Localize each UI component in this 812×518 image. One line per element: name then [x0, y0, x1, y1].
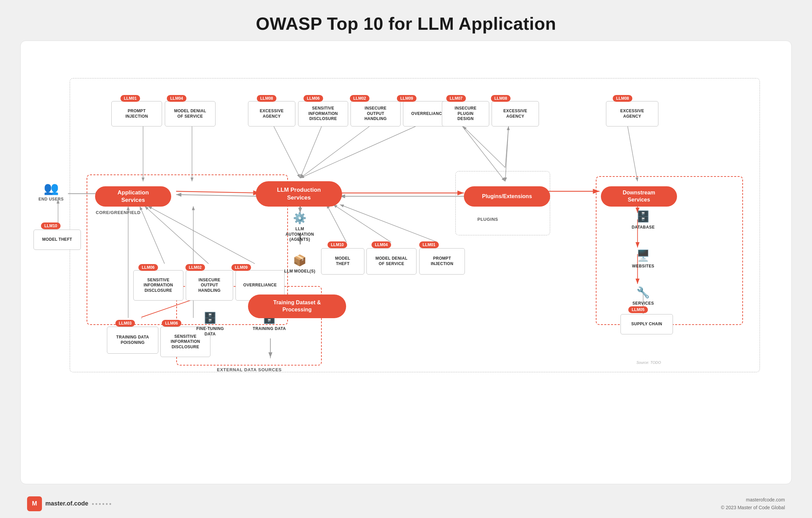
source-label: Source: TODO [636, 360, 661, 364]
badge-llm10-left: LLM10 [41, 222, 61, 229]
diagram-container: 👥 END USERS ApplicationServices LLM Prod… [20, 41, 792, 484]
training-data-label: TRAINING DATA [253, 326, 286, 332]
fine-tuning-icon: 🗄️ FINE-TUNINGDATA [191, 311, 229, 337]
users-icon: 👥 [34, 181, 68, 195]
services-icon-box: 🔧 SERVICES [626, 286, 660, 306]
footer: M master.of.code ●●●●●● masterofcode.com… [0, 496, 812, 511]
supply-chain-box: SUPPLY CHAIN [621, 314, 673, 334]
model-theft-bottom-box: MODELTHEFT [321, 248, 364, 275]
models-label: LLM MODEL(S) [284, 269, 315, 274]
badge-llm05: LLM05 [628, 306, 648, 313]
footer-right: masterofcode.com © 2023 Master of Code G… [721, 496, 785, 511]
core-greenfield-label: CORE/GREENFIELD [96, 210, 140, 215]
services-icon: 🔧 [636, 286, 650, 299]
badge-llm01-top: LLM01 [120, 95, 140, 102]
badge-llm08-3: LLM08 [613, 95, 632, 102]
footer-copyright: © 2023 Master of Code Global [721, 504, 785, 511]
database-label: DATABASE [632, 225, 655, 230]
logo-dots: ●●●●●● [92, 501, 113, 506]
badge-llm09-top: LLM09 [397, 95, 416, 102]
llm-models-icon: 📦 LLM MODEL(S) [283, 254, 317, 274]
badge-llm01-bottom: LLM01 [419, 241, 439, 248]
plugins-extensions-oval: Plugins/Extensions [464, 186, 550, 207]
sensitive-info-box1: SENSITIVEINFORMATIONDISCLOSURE [298, 101, 348, 126]
model-theft-left-box: MODEL THEFT [33, 230, 81, 250]
page: OWASP Top 10 for LLM Application [0, 0, 812, 518]
training-data-pois-box: TRAINING DATAPOISONING [107, 327, 158, 354]
websites-icon-box: 🖥️ WEBSITES [626, 249, 660, 269]
badge-llm02-2: LLM02 [185, 264, 205, 271]
prompt-injection-box: PROMPTINJECTION [111, 101, 162, 126]
badge-llm06-3: LLM06 [162, 320, 181, 327]
excessive-agency-box2: EXCESSIVEAGENCY [492, 101, 539, 126]
llm-automation-icon: ⚙️ LLM AUTOMATION(AGENTS) [283, 212, 317, 242]
websites-icon: 🖥️ [636, 249, 650, 262]
app-services-oval: ApplicationServices [95, 186, 171, 207]
badge-llm04-top: LLM04 [167, 95, 186, 102]
footer-logo: M master.of.code ●●●●●● [27, 496, 113, 511]
automation-icon: ⚙️ [293, 212, 307, 225]
badge-llm06-2: LLM06 [138, 264, 158, 271]
badge-llm02-top: LLM02 [350, 95, 369, 102]
badge-llm07: LLM07 [446, 95, 466, 102]
badge-llm09-2: LLM09 [231, 264, 251, 271]
downstream-services-oval: DownstreamServices [601, 186, 677, 207]
prompt-inj-bottom-box: PROMPTINJECTION [419, 248, 465, 275]
excessive-agency-box3: EXCESSIVEAGENCY [606, 101, 658, 126]
plugins-label: PLUGINS [477, 217, 498, 222]
insecure-plugin-box: INSECUREPLUGINDESIGN [442, 101, 489, 126]
models-icon: 📦 [293, 254, 307, 267]
badge-llm06-1: LLM06 [303, 95, 323, 102]
badge-llm04-bottom: LLM04 [371, 241, 391, 248]
fine-tuning-label: FINE-TUNINGDATA [196, 326, 224, 337]
end-users: 👥 END USERS [34, 181, 68, 202]
websites-label: WEBSITES [632, 264, 654, 269]
main-title: OWASP Top 10 for LLM Application [0, 0, 812, 34]
external-data-label: EXTERNAL DATA SOURCES [217, 367, 282, 372]
model-denial-bottom-box: MODEL DENIALOF SERVICE [366, 248, 416, 275]
logo-icon: M [27, 496, 42, 511]
badge-llm08-2: LLM08 [491, 95, 511, 102]
database-icon: 🗄️ [636, 210, 650, 223]
llm-production-oval: LLM ProductionServices [256, 181, 342, 207]
badge-llm10-1: LLM10 [328, 241, 347, 248]
end-users-label: END USERS [34, 197, 68, 202]
excessive-agency-box1: EXCESSIVEAGENCY [248, 101, 295, 126]
sensitive-info-box2: SENSITIVEINFORMATIONDISCLOSURE [133, 270, 183, 301]
training-dataset-oval: Training Dataset &Processing [248, 295, 346, 318]
badge-llm08-1: LLM08 [257, 95, 276, 102]
database-icon-box: 🗄️ DATABASE [626, 210, 660, 230]
model-denial-box: MODEL DENIALOF SERVICE [165, 101, 216, 126]
insecure-output-box1: INSECUREOUTPUTHANDLING [351, 101, 401, 126]
services-label: SERVICES [632, 301, 654, 306]
insecure-output-box2: INSECUREOUTPUTHANDLING [186, 270, 233, 301]
fine-tuning-db-icon: 🗄️ [203, 311, 217, 324]
badge-llm03: LLM03 [115, 320, 135, 327]
automation-label: LLM AUTOMATION(AGENTS) [283, 227, 317, 242]
logo-text: master.of.code [45, 500, 88, 507]
footer-website: masterofcode.com [721, 496, 785, 503]
